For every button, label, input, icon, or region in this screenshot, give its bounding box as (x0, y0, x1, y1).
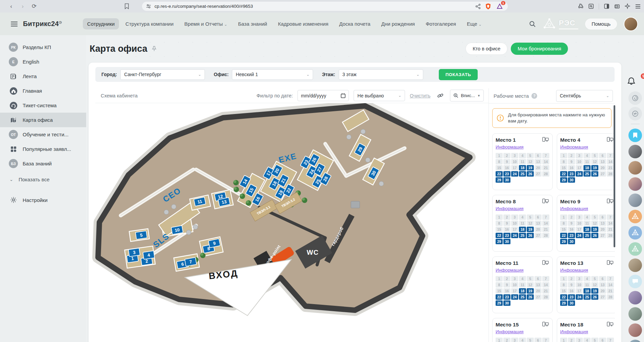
floor-select[interactable]: 3 этаж⌄ (339, 69, 423, 80)
nav-item-Сотрудники[interactable]: Сотрудники (83, 18, 119, 29)
calendar-day-29[interactable]: 29 (560, 239, 567, 244)
user-avatar[interactable] (624, 17, 638, 31)
group-avatar[interactable] (628, 210, 642, 223)
calendar-day-19[interactable]: 19 (591, 165, 598, 170)
seat-info-link[interactable]: Информация (496, 268, 524, 273)
date-input[interactable]: mm/dd/yyyy (297, 90, 349, 101)
nav-item-Дни рождения[interactable]: Дни рождения (377, 18, 419, 29)
calendar-day-23[interactable]: 23 (503, 294, 510, 300)
seat-info-link[interactable]: Информация (496, 206, 524, 211)
devices-icon[interactable] (607, 260, 614, 266)
calendar-day-29[interactable]: 29 (560, 300, 567, 306)
calendar-day-26[interactable]: 26 (527, 233, 534, 238)
contact-avatar[interactable] (628, 193, 642, 207)
devices-icon[interactable] (607, 137, 614, 143)
calendar-day-23[interactable]: 23 (568, 171, 575, 177)
search-tabs-icon[interactable] (588, 3, 594, 9)
calendar-day-18[interactable]: 18 (583, 288, 591, 294)
devices-icon[interactable] (542, 137, 549, 143)
sidebar-item-Лента[interactable]: Лента (0, 69, 86, 84)
calendar-day-23[interactable]: 23 (503, 171, 510, 177)
calendar-day-30[interactable]: 30 (503, 300, 510, 306)
sidebar-item-Разделы КП[interactable]: РКРазделы КП (0, 40, 86, 54)
help-button[interactable]: Помощь (585, 19, 617, 29)
calendar-day-24[interactable]: 24 (576, 233, 583, 238)
map-seat-3[interactable]: 3 (128, 248, 140, 256)
calendar-day-30[interactable]: 30 (568, 239, 575, 244)
calendar-day-29[interactable]: 29 (496, 177, 503, 183)
brand-logo[interactable]: Битрикс24◷ (23, 20, 62, 28)
pin-icon[interactable] (151, 46, 157, 52)
calendar-day-26[interactable]: 26 (591, 171, 598, 177)
share-icon[interactable] (475, 4, 481, 9)
brave-shield-icon[interactable] (484, 2, 492, 10)
calendar-day-30[interactable]: 30 (568, 177, 575, 183)
contact-avatar[interactable] (628, 258, 642, 272)
url-bar[interactable]: cp.res-e.ru/company/seat-reservation/400… (142, 2, 508, 11)
devices-icon[interactable] (607, 199, 614, 204)
reload-button[interactable]: ⟳ (28, 3, 40, 10)
sidebar-item-Главная[interactable]: Главная (0, 84, 86, 98)
calendar-day-18[interactable]: 18 (519, 165, 526, 170)
calendar-day-29[interactable]: 29 (496, 300, 503, 306)
seat-info-link[interactable]: Информация (496, 144, 524, 150)
calendar-day-22[interactable]: 22 (496, 294, 503, 300)
sidebar-item-База знаний[interactable]: БЗБаза знаний (0, 156, 86, 171)
sidebar-item-Обучение и тести...[interactable]: ОТОбучение и тести... (0, 127, 86, 142)
calendar-day-19[interactable]: 19 (591, 227, 598, 232)
contact-avatar[interactable] (628, 323, 642, 337)
nav-item-Время и Отчеты[interactable]: Время и Отчеты⌄ (180, 18, 232, 29)
extensions-icon[interactable] (578, 3, 583, 9)
nav-item-Еще[interactable]: Еще⌄ (462, 18, 486, 29)
sidebar-item-Тикет-система[interactable]: Тикет-система (0, 98, 86, 113)
recent-icon[interactable] (628, 91, 642, 105)
sidebar-show-all[interactable]: ⌄Показать все (0, 172, 86, 187)
calendar-day-24[interactable]: 24 (511, 233, 518, 238)
calendar-day-23[interactable]: 23 (503, 233, 510, 238)
office-select[interactable]: Невский 1⌄ (232, 69, 313, 80)
wallet-icon[interactable] (614, 3, 620, 9)
calendar-day-23[interactable]: 23 (568, 294, 575, 300)
contact-avatar[interactable] (628, 340, 642, 342)
saved-messages-button[interactable] (628, 129, 642, 142)
nav-item-Структура компании[interactable]: Структура компании (121, 18, 178, 29)
calendar-day-22[interactable]: 22 (496, 171, 503, 177)
map-seat-7[interactable]: 7 (185, 257, 196, 266)
calendar-day-25[interactable]: 25 (583, 171, 591, 177)
nav-item-База знаний[interactable]: База знаний (234, 18, 271, 29)
calendar-day-22[interactable]: 22 (560, 294, 567, 300)
month-select[interactable]: Сентябрь⌄ (556, 90, 613, 102)
calendar-day-24[interactable]: 24 (576, 294, 583, 300)
chat-icon[interactable] (628, 275, 642, 288)
calendar-day-19[interactable]: 19 (527, 227, 534, 232)
forward-button[interactable]: › (17, 3, 28, 10)
calendar-day-19[interactable]: 19 (527, 288, 534, 294)
group-avatar[interactable] (628, 242, 642, 256)
sidebar-settings[interactable]: Настройки (0, 192, 86, 207)
zoom-fit-select[interactable]: Впис... ▼ (450, 90, 484, 101)
calendar-day-30[interactable]: 30 (568, 300, 575, 306)
ai-sparkle-icon[interactable] (625, 3, 630, 9)
calendar-day-19[interactable]: 19 (527, 165, 534, 170)
seat-info-link[interactable]: Информация (560, 268, 588, 273)
devices-icon[interactable] (542, 199, 549, 204)
office-map[interactable]: ТВЭЛ-3.1ТВЭЛ-3.2123456789101112131415161… (89, 103, 482, 342)
map-seat-10[interactable]: 10 (171, 226, 183, 234)
calendar-day-22[interactable]: 22 (496, 233, 503, 238)
sidebar-item-English[interactable]: EEnglish (0, 54, 86, 69)
status-select[interactable]: Не выбрано⌄ (354, 90, 405, 101)
calendar-day-22[interactable]: 22 (560, 233, 567, 238)
clear-link[interactable]: Очистить (410, 93, 430, 98)
seat-info-link[interactable]: Информация (496, 329, 524, 334)
history-icon[interactable] (628, 107, 642, 120)
calendar-day-18[interactable]: 18 (583, 227, 591, 232)
calendar-day-25[interactable]: 25 (519, 233, 526, 238)
calendar-day-29[interactable]: 29 (496, 239, 503, 244)
contact-avatar[interactable] (628, 177, 642, 191)
sidebar-item-Карта офиса[interactable]: Карта офиса (0, 113, 86, 127)
calendar-day-19[interactable]: 19 (591, 288, 598, 294)
map-seat-5[interactable]: 5 (136, 231, 147, 239)
devices-icon[interactable] (542, 260, 549, 266)
seat-info-link[interactable]: Информация (560, 206, 588, 211)
calendar-day-18[interactable]: 18 (519, 288, 526, 294)
